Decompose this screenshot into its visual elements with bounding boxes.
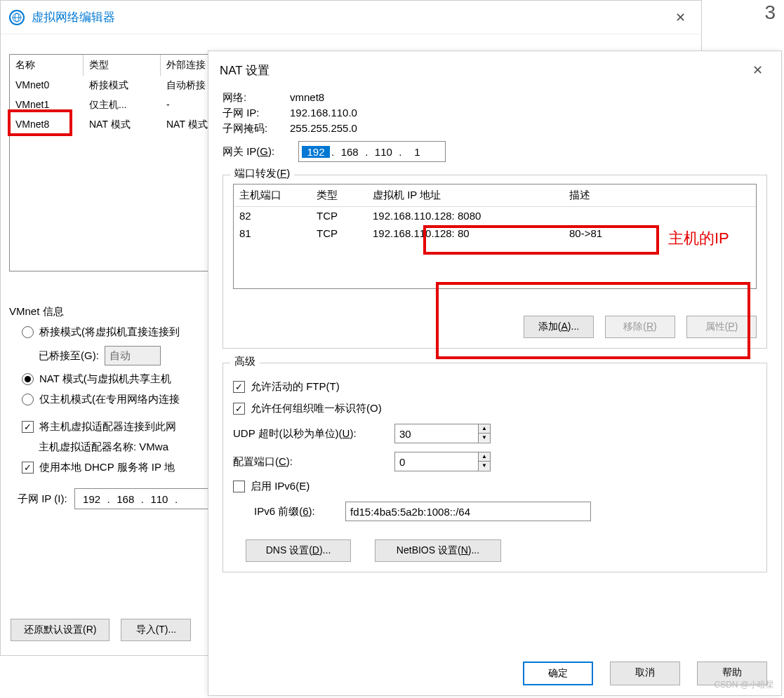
spinner-down-icon[interactable]: ▼ (479, 462, 490, 470)
nat-title: NAT 设置 (220, 62, 745, 79)
label: 配置端口(C): (233, 455, 394, 469)
close-icon[interactable]: ✕ (668, 7, 693, 28)
dns-settings-button[interactable]: DNS 设置(D)... (246, 539, 351, 562)
spinner-up-icon[interactable]: ▲ (479, 424, 490, 434)
udp-timeout-field: UDP 超时(以秒为单位)(U): ▲▼ (233, 424, 757, 443)
cell: 81 (234, 224, 311, 242)
udp-timeout-spinner[interactable]: ▲▼ (394, 424, 491, 443)
parent-titlebar: 虚拟网络编辑器 ✕ (1, 1, 701, 34)
ip-seg[interactable]: 1 (404, 146, 432, 158)
cell (564, 207, 756, 224)
restore-defaults-button[interactable]: 还原默认设置(R) (11, 619, 109, 641)
ip-seg[interactable]: 192 (78, 493, 106, 505)
label: UDP 超时(以秒为单位)(U): (233, 427, 394, 441)
cell: TCP (311, 224, 367, 242)
config-port-field: 配置端口(C): ▲▼ (233, 452, 757, 471)
ip-seg[interactable]: 168 (335, 146, 364, 158)
check-org-id[interactable]: 允许任何组织唯一标识符(O) (233, 402, 757, 415)
globe-icon (9, 10, 25, 25)
gateway-ip-input[interactable]: 192. 168. 110. 1 (298, 141, 446, 162)
subnet-ip-value: 192.168.110.0 (290, 107, 357, 120)
label: 启用 IPv6(E) (251, 480, 310, 493)
cancel-button[interactable]: 取消 (610, 662, 680, 685)
label: 子网 IP (I): (18, 492, 67, 506)
advanced-label: 高级 (230, 355, 260, 368)
nat-titlebar: NAT 设置 ✕ (208, 51, 781, 86)
label: 桥接模式(将虚拟机直接连接到 (39, 325, 180, 339)
netbios-settings-button[interactable]: NetBIOS 设置(N)... (375, 539, 501, 562)
advanced-fieldset: 高级 允许活动的 FTP(T) 允许任何组织唯一标识符(O) UDP 超时(以秒… (222, 363, 767, 572)
checkbox-icon (233, 381, 245, 393)
check-ipv6[interactable]: 启用 IPv6(E) (233, 480, 757, 493)
radio-icon (22, 373, 34, 385)
ipv6-prefix-field: IPv6 前缀(6): (254, 502, 757, 521)
highlight-port-table (436, 282, 750, 359)
bridge-to-select[interactable] (105, 346, 161, 365)
ip-seg[interactable]: 192 (302, 146, 330, 158)
parent-title: 虚拟网络编辑器 (32, 9, 668, 25)
config-port-input[interactable] (394, 452, 479, 471)
label: 将主机虚拟适配器连接到此网 (39, 420, 176, 434)
mask-value: 255.255.255.0 (290, 122, 357, 135)
col-name[interactable]: 名称 (10, 55, 84, 76)
cell: 82 (234, 207, 311, 224)
ip-seg[interactable]: 110 (369, 146, 397, 158)
watermark: CSDN @小暗星 (714, 679, 774, 691)
label: 已桥接至(G): (39, 349, 99, 363)
label: 仅主机模式(在专用网络内连接 (39, 393, 180, 406)
table-header: 主机端口 类型 虚拟机 IP 地址 描述 (234, 184, 756, 207)
highlight-vmnet8 (8, 109, 72, 136)
radio-icon (22, 394, 34, 405)
col[interactable]: 主机端口 (234, 184, 311, 207)
checkbox-icon (233, 403, 245, 415)
mask-label: 子网掩码: (222, 122, 290, 135)
spinner-up-icon[interactable]: ▲ (479, 452, 490, 462)
checkbox-icon (233, 481, 245, 492)
ipv6-prefix-input[interactable] (345, 502, 591, 521)
label: 主机虚拟适配器名称: VMwa (39, 441, 168, 454)
label: 允许任何组织唯一标识符(O) (251, 402, 382, 415)
col[interactable]: 类型 (311, 184, 367, 207)
col[interactable]: 描述 (564, 184, 756, 207)
ip-seg[interactable]: 110 (145, 493, 173, 505)
subnet-ip-label: 子网 IP: (222, 107, 290, 120)
cell: TCP (311, 207, 367, 224)
network-value: vmnet8 (290, 91, 324, 105)
checkbox-icon (22, 462, 34, 474)
subnet-ip-input[interactable]: 192. 168. 110. (74, 488, 211, 509)
gateway-row: 网关 IP(G): 192. 168. 110. 1 (222, 141, 767, 162)
label: 使用本地 DHCP 服务将 IP 地 (39, 461, 175, 474)
gateway-label: 网关 IP(G): (222, 145, 298, 159)
highlight-gateway (423, 225, 659, 255)
nat-settings-dialog: NAT 设置 ✕ 网络:vmnet8 子网 IP:192.168.110.0 子… (208, 51, 782, 696)
page-number: 3 (764, 1, 776, 24)
cell: NAT 模式 (84, 115, 161, 135)
cell: VMnet0 (10, 76, 84, 95)
import-button[interactable]: 导入(T)... (121, 619, 191, 641)
col-type[interactable]: 类型 (84, 55, 161, 76)
spinner-down-icon[interactable]: ▼ (479, 434, 490, 442)
cell: 仅主机... (84, 95, 161, 115)
close-icon[interactable]: ✕ (745, 60, 770, 81)
config-port-spinner[interactable]: ▲▼ (394, 452, 491, 471)
col[interactable]: 虚拟机 IP 地址 (367, 184, 564, 207)
ip-seg[interactable]: 168 (112, 493, 140, 505)
label: IPv6 前缀(6): (254, 505, 345, 518)
ok-button[interactable]: 确定 (523, 662, 593, 685)
label: 允许活动的 FTP(T) (251, 380, 340, 394)
cell: 192.168.110.128: 8080 (367, 207, 564, 224)
cell: 桥接模式 (84, 76, 161, 95)
port-forward-label: 端口转发(F) (230, 167, 294, 180)
network-label: 网络: (222, 91, 290, 105)
table-row[interactable]: 82 TCP 192.168.110.128: 8080 (234, 207, 756, 224)
check-ftp[interactable]: 允许活动的 FTP(T) (233, 380, 757, 394)
checkbox-icon (22, 421, 34, 433)
label: NAT 模式(与虚拟机共享主机 (39, 373, 171, 386)
annotation-host-ip: 主机的IP (668, 228, 729, 249)
radio-icon (22, 326, 34, 338)
udp-timeout-input[interactable] (394, 424, 479, 443)
